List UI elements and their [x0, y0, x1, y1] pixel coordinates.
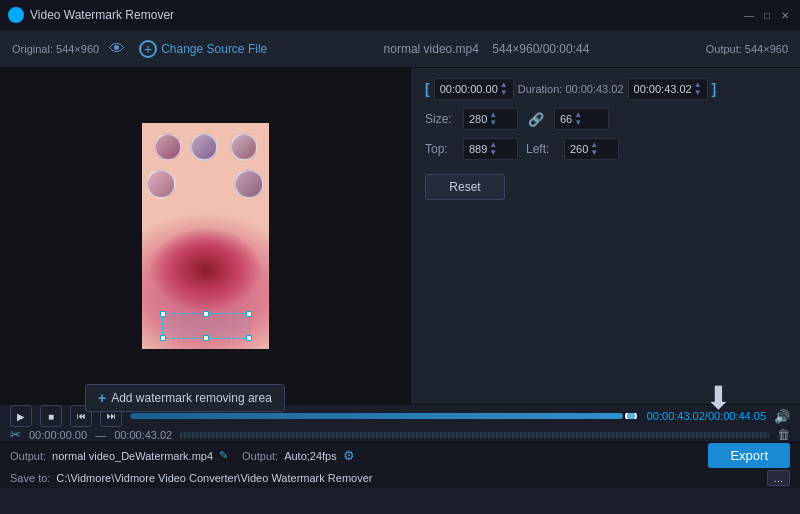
add-plus-icon: + [98, 390, 106, 406]
trim-end-label: 00:00:43.02 [114, 429, 172, 441]
output-format-label: Output: [242, 450, 278, 462]
trim-start-label: 00:00:00.00 [29, 429, 87, 441]
app-icon [8, 7, 24, 23]
duration-label: Duration: 00:00:43.02 [518, 83, 624, 95]
change-source-button[interactable]: + Change Source File [139, 40, 267, 58]
volume-icon[interactable]: 🔊 [774, 409, 790, 424]
trim-row: ✂ 00:00:00.00 — 00:00:43.02 🗑 [0, 427, 800, 442]
preview-eye-button[interactable]: 👁 [109, 40, 125, 58]
left-input[interactable]: 260 ▲ ▼ [564, 138, 619, 160]
waveform [180, 432, 769, 438]
filename-label: normal video.mp4 [384, 42, 479, 56]
toolbar: Original: 544×960 👁 + Change Source File… [0, 30, 800, 68]
top-input[interactable]: 889 ▲ ▼ [463, 138, 518, 160]
start-time-spinners[interactable]: ▲ ▼ [500, 81, 508, 97]
edit-filename-icon[interactable]: ✎ [219, 449, 228, 462]
maximize-button[interactable]: □ [760, 8, 774, 22]
output-format-value: Auto;24fps [284, 450, 337, 462]
spinner-down-end[interactable]: ▼ [694, 89, 702, 97]
spinner-down[interactable]: ▼ [500, 89, 508, 97]
photo-circle-4 [146, 169, 176, 199]
size-label: Size: [425, 112, 455, 126]
file-info-center: normal video.mp4 544×960/00:00:44 [267, 42, 706, 56]
height-input[interactable]: 66 ▲ ▼ [554, 108, 609, 130]
position-row: Top: 889 ▲ ▼ Left: 260 ▲ ▼ [425, 138, 786, 160]
add-watermark-area-button[interactable]: + Add watermark removing area [85, 384, 285, 412]
width-spinners[interactable]: ▲ ▼ [489, 111, 497, 127]
change-source-label: Change Source File [161, 42, 267, 56]
original-resolution: Original: 544×960 [12, 43, 99, 55]
play-button[interactable]: ▶ [10, 405, 32, 427]
height-spinners[interactable]: ▲ ▼ [574, 111, 582, 127]
size-row: Size: 280 ▲ ▼ 🔗 66 ▲ ▼ [425, 108, 786, 130]
left-label: Left: [526, 142, 556, 156]
timeline-bar[interactable] [130, 413, 639, 419]
output-row: Output: normal video_DeWatermark.mp4 ✎ O… [0, 442, 800, 468]
output-row-label: Output: [10, 450, 46, 462]
video-preview-area [0, 68, 410, 404]
stop-button[interactable]: ■ [40, 405, 62, 427]
timeline-thumb[interactable] [625, 413, 637, 419]
photo-circle-5 [234, 169, 264, 199]
top-value: 889 [469, 143, 487, 155]
trim-icon: ✂ [10, 427, 21, 442]
top-spinners[interactable]: ▲ ▼ [489, 141, 497, 157]
close-button[interactable]: ✕ [778, 8, 792, 22]
end-time-value: 00:00:43.02 [634, 83, 692, 95]
start-time-input[interactable]: 00:00:00.00 ▲ ▼ [434, 78, 514, 100]
saveto-row: Save to: C:\Vidmore\Vidmore Video Conver… [0, 468, 800, 488]
settings-gear-icon[interactable]: ⚙ [343, 448, 355, 463]
bracket-right: ] [712, 81, 717, 97]
photo-circle-1 [154, 133, 182, 161]
end-time-input[interactable]: 00:00:43.02 ▲ ▼ [628, 78, 708, 100]
titlebar: Video Watermark Remover — □ ✕ [0, 0, 800, 30]
download-arrow-overlay: ⬇ [705, 382, 732, 414]
saveto-path: C:\Vidmore\Vidmore Video Converter\Video… [56, 472, 760, 484]
export-button[interactable]: Export [708, 443, 790, 468]
photo-circle-3 [230, 133, 258, 161]
output-resolution: Output: 544×960 [706, 43, 788, 55]
trash-icon[interactable]: 🗑 [777, 427, 790, 442]
timeline-fill [130, 413, 623, 419]
left-spinners[interactable]: ▲ ▼ [590, 141, 598, 157]
video-frame [142, 123, 269, 349]
output-filename: normal video_DeWatermark.mp4 [52, 450, 213, 462]
add-area-label: Add watermark removing area [111, 391, 272, 405]
link-icon[interactable]: 🔗 [528, 112, 544, 127]
file-dimensions: 544×960/00:00:44 [492, 42, 589, 56]
trim-separator: — [95, 429, 106, 441]
main-area: [ 00:00:00.00 ▲ ▼ Duration: 00:00:43.02 … [0, 68, 800, 404]
app-title: Video Watermark Remover [30, 8, 742, 22]
reset-button[interactable]: Reset [425, 174, 505, 200]
photo-circle-2 [190, 133, 218, 161]
minimize-button[interactable]: — [742, 8, 756, 22]
left-value: 260 [570, 143, 588, 155]
start-time-value: 00:00:00.00 [440, 83, 498, 95]
width-value: 280 [469, 113, 487, 125]
saveto-label: Save to: [10, 472, 50, 484]
top-label: Top: [425, 142, 455, 156]
plus-circle-icon: + [139, 40, 157, 58]
browse-button[interactable]: ... [767, 470, 790, 486]
time-range-row: [ 00:00:00.00 ▲ ▼ Duration: 00:00:43.02 … [425, 78, 786, 100]
download-arrow-icon: ⬇ [705, 382, 732, 414]
height-value: 66 [560, 113, 572, 125]
bottom-controls: ▶ ■ ⏮ ⏭ 00:00:43.02/00:00:44.05 🔊 ✂ 00:0… [0, 404, 800, 484]
width-input[interactable]: 280 ▲ ▼ [463, 108, 518, 130]
bracket-left: [ [425, 81, 430, 97]
end-time-spinners[interactable]: ▲ ▼ [694, 81, 702, 97]
window-controls: — □ ✕ [742, 8, 792, 22]
right-panel: [ 00:00:00.00 ▲ ▼ Duration: 00:00:43.02 … [410, 68, 800, 404]
